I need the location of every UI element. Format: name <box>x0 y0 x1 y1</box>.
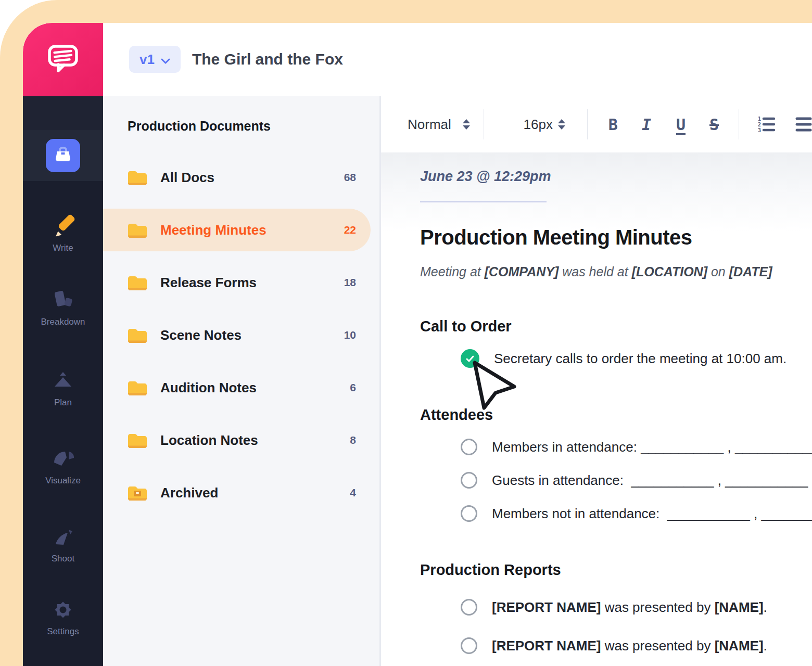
section-heading: Production Reports <box>420 561 812 579</box>
mountain-triangles-icon <box>51 369 75 393</box>
folder-name: Audition Notes <box>160 380 257 396</box>
italic-button[interactable]: I <box>642 116 651 134</box>
folder-name: Meeting Minutes <box>160 222 267 238</box>
toolbar-divider <box>587 109 588 139</box>
folder-name: All Docs <box>160 170 214 186</box>
documents-workspace-button[interactable] <box>46 139 80 172</box>
sidebar-workspace-section <box>23 130 103 181</box>
panel-title: Production Documents <box>128 119 382 134</box>
checklist-item-text: Guests in attendance: ___________ , ____… <box>492 472 812 489</box>
paragraph-style-select[interactable]: Normal <box>408 117 484 133</box>
sidebar-item-plan[interactable]: Plan <box>23 369 103 408</box>
checklist-item-text: Secretary calls to order the meeting at … <box>494 351 786 367</box>
paragraph-style-value: Normal <box>408 117 451 133</box>
svg-text:3: 3 <box>758 127 761 133</box>
bold-button[interactable]: B <box>608 116 618 134</box>
section-heading: Call to Order <box>420 317 812 335</box>
document-section: Production Reports[REPORT NAME] was pres… <box>420 561 812 656</box>
folder-icon <box>128 484 147 501</box>
checkbox-empty-icon[interactable] <box>461 599 477 616</box>
checklist-item[interactable]: Members not in attendance: ___________ ,… <box>461 504 812 523</box>
folder-count: 22 <box>344 224 356 236</box>
sidebar-item-label: Write <box>53 243 73 253</box>
checklist-item-text: Members in attendance: ___________ , ___… <box>492 439 812 455</box>
folder-name: Scene Notes <box>160 327 242 343</box>
checkbox-empty-icon[interactable] <box>461 439 477 455</box>
folder-name: Release Forms <box>160 275 257 291</box>
sidebar-item-settings[interactable]: Settings <box>23 598 103 637</box>
chevron-down-icon <box>161 52 170 68</box>
folder-count: 10 <box>344 329 356 341</box>
app-window: v1 The Girl and the Fox <box>23 23 812 666</box>
folder-count: 6 <box>350 381 356 394</box>
folder-row-archived[interactable]: Archived4 <box>103 471 371 514</box>
app-frame-background: v1 The Girl and the Fox <box>0 0 812 666</box>
folder-icon <box>128 432 147 449</box>
briefcase-icon <box>54 147 72 165</box>
folder-row-meeting-minutes[interactable]: Meeting Minutes22 <box>103 209 371 251</box>
gear-icon <box>51 598 75 622</box>
timestamp-divider <box>420 201 547 202</box>
checkbox-empty-icon[interactable] <box>461 637 477 654</box>
sidebar-top-strip <box>23 96 103 130</box>
checklist-item-text: [REPORT NAME] was presented by [NAME]. <box>492 638 767 654</box>
pencil-icon <box>51 214 75 238</box>
document-canvas[interactable]: June 23 @ 12:29pm Production Meeting Min… <box>381 152 812 666</box>
sidebar-item-label: Visualize <box>45 476 81 486</box>
folder-row-audition-notes[interactable]: Audition Notes6 <box>103 366 371 409</box>
checklist-item[interactable]: [REPORT NAME] was presented by [NAME]. <box>461 597 812 617</box>
folder-count: 4 <box>350 486 356 499</box>
shapes-fan-icon <box>51 447 75 471</box>
ordered-list-icon[interactable]: 123 <box>758 116 776 133</box>
checklist-item[interactable]: [REPORT NAME] was presented by [NAME]. <box>461 636 812 656</box>
editor-toolbar: Normal 16px B I U S 123 <box>381 96 812 152</box>
strikethrough-button[interactable]: S <box>709 116 719 134</box>
sidebar-item-shoot[interactable]: Shoot <box>23 525 103 564</box>
topbar: v1 The Girl and the Fox <box>103 23 812 96</box>
sidebar-item-label: Plan <box>54 398 72 408</box>
folder-row-all-docs[interactable]: All Docs68 <box>103 156 371 199</box>
document-section: AttendeesMembers in attendance: ________… <box>420 406 812 523</box>
folder-icon <box>128 222 147 238</box>
checklist-item[interactable]: Members in attendance: ___________ , ___… <box>461 437 812 457</box>
checkbox-empty-icon[interactable] <box>461 505 477 522</box>
checklist-item[interactable]: Guests in attendance: ___________ , ____… <box>461 470 812 490</box>
sidebar-item-visualize[interactable]: Visualize <box>23 447 103 486</box>
folder-row-location-notes[interactable]: Location Notes8 <box>103 419 371 462</box>
font-size-select[interactable]: 16px <box>524 117 565 133</box>
document-subtitle: Meeting at [COMPANY] was held at [LOCATI… <box>420 264 812 280</box>
checkbox-empty-icon[interactable] <box>461 472 477 489</box>
folder-icon <box>128 274 147 291</box>
app-logo[interactable] <box>23 23 103 96</box>
font-size-value: 16px <box>524 117 553 133</box>
folder-name: Archived <box>160 485 218 501</box>
folder-icon <box>128 379 147 396</box>
document-title: Production Meeting Minutes <box>420 225 812 249</box>
checklist-item-text: [REPORT NAME] was presented by [NAME]. <box>492 599 767 616</box>
version-label: v1 <box>139 52 155 68</box>
mouse-cursor-icon <box>471 360 521 415</box>
underline-button[interactable]: U <box>676 116 686 134</box>
document-timestamp: June 23 @ 12:29pm <box>420 168 812 185</box>
folder-count: 18 <box>344 276 356 289</box>
toolbar-divider <box>739 109 739 139</box>
cone-shapes-icon <box>51 525 75 549</box>
checklist-item-text: Members not in attendance: ___________ ,… <box>492 506 812 522</box>
folder-row-release-forms[interactable]: Release Forms18 <box>103 261 371 304</box>
sidebar-item-write[interactable]: Write <box>23 214 103 253</box>
sidebar-item-breakdown[interactable]: Breakdown <box>23 288 103 327</box>
version-dropdown[interactable]: v1 <box>129 46 181 73</box>
bullet-list-icon[interactable] <box>795 116 812 133</box>
documents-panel: Production Documents All Docs68 Meeting … <box>103 96 382 666</box>
script-pages-icon <box>51 288 75 312</box>
folder-count: 8 <box>350 434 356 446</box>
stepper-arrows-icon <box>463 119 470 130</box>
folder-name: Location Notes <box>160 432 258 449</box>
project-title: The Girl and the Fox <box>192 50 343 68</box>
svg-text:2: 2 <box>758 122 761 127</box>
sidebar-item-label: Settings <box>47 626 79 637</box>
folder-icon <box>128 169 147 186</box>
folder-row-scene-notes[interactable]: Scene Notes10 <box>103 314 371 356</box>
stepper-arrows-icon <box>558 119 565 130</box>
folder-list: All Docs68 Meeting Minutes22 Release For… <box>103 156 382 514</box>
